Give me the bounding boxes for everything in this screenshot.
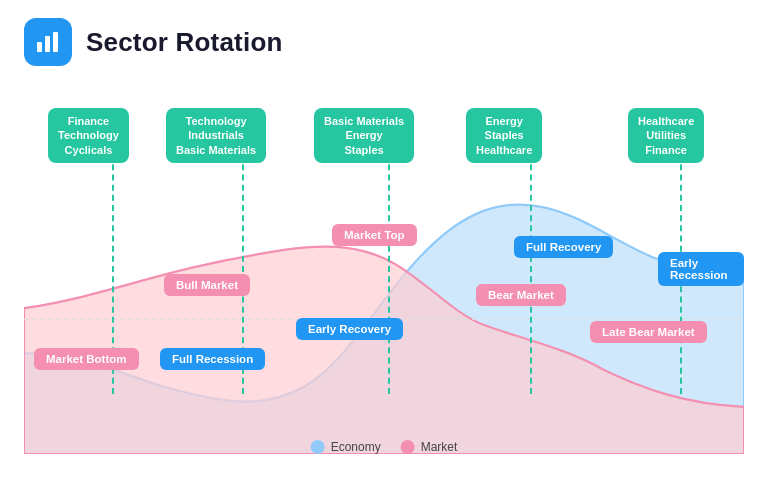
legend-market: Market bbox=[401, 440, 458, 454]
phase-market-top: Market Top bbox=[332, 224, 417, 246]
svg-rect-1 bbox=[45, 36, 50, 52]
sector-pill-3: Basic Materials Energy Staples bbox=[314, 108, 414, 163]
economy-label: Economy bbox=[331, 440, 381, 454]
phase-full-recovery: Full Recovery bbox=[514, 236, 613, 258]
phase-market-bottom: Market Bottom bbox=[34, 348, 139, 370]
svg-rect-2 bbox=[53, 32, 58, 52]
page: Sector Rotation Finance Technology Cycli… bbox=[0, 0, 768, 503]
sector-pill-4: Energy Staples Healthcare bbox=[466, 108, 542, 163]
phase-late-bear-market: Late Bear Market bbox=[590, 321, 707, 343]
phase-early-recession: Early Recession bbox=[658, 252, 744, 286]
vline-3 bbox=[388, 144, 390, 394]
header: Sector Rotation bbox=[24, 18, 744, 66]
phase-bull-market: Bull Market bbox=[164, 274, 250, 296]
logo-icon bbox=[24, 18, 72, 66]
phase-early-recovery: Early Recovery bbox=[296, 318, 403, 340]
sector-pill-5: Healthcare Utilities Finance bbox=[628, 108, 704, 163]
market-dot bbox=[401, 440, 415, 454]
sector-pill-1: Finance Technology Cyclicals bbox=[48, 108, 129, 163]
market-label: Market bbox=[421, 440, 458, 454]
bar-chart-icon bbox=[34, 28, 62, 56]
legend-economy: Economy bbox=[311, 440, 381, 454]
phase-bear-market: Bear Market bbox=[476, 284, 566, 306]
phase-full-recession: Full Recession bbox=[160, 348, 265, 370]
page-title: Sector Rotation bbox=[86, 27, 283, 58]
economy-dot bbox=[311, 440, 325, 454]
chart-area: Finance Technology Cyclicals Technology … bbox=[24, 84, 744, 454]
svg-rect-0 bbox=[37, 42, 42, 52]
legend: Economy Market bbox=[311, 440, 458, 454]
sector-pill-2: Technology Industrials Basic Materials bbox=[166, 108, 266, 163]
vline-4 bbox=[530, 144, 532, 394]
